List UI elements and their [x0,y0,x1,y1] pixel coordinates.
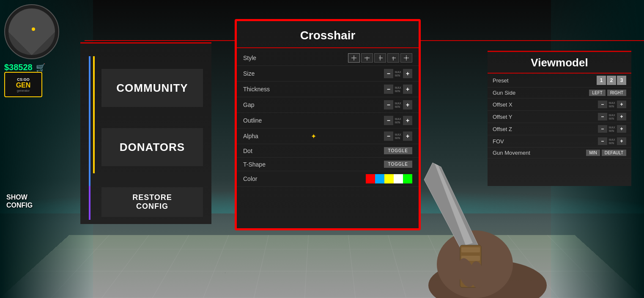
outline-controls[interactable]: − MAX MIN + [384,116,412,125]
outline-minus-btn[interactable]: − [384,116,393,125]
donators-button[interactable]: DONATORS [101,128,203,166]
gap-controls[interactable]: − MAX MIN + [384,100,412,109]
fov-maxmin: MAX MIN [609,138,615,145]
buy-icon: 🛒 [36,63,45,72]
crosshair-row-outline: Outline − MAX MIN + [237,113,419,128]
crosshair-title: Crosshair [237,21,419,48]
alpha-label: Alpha [243,133,285,139]
thickness-controls[interactable]: − MAX MIN + [384,85,412,94]
offsetz-minus-btn[interactable]: − [598,125,607,133]
community-button-label: COMMUNITY [116,82,188,95]
dot-label: Dot [243,148,285,154]
knife-hand-overlay [369,129,581,298]
gunmovement-min-btn[interactable]: MIN [586,150,600,156]
style-thumb-2[interactable] [361,53,373,63]
gunside-controls[interactable]: LEFT RIGHT [589,90,626,96]
preset-btn-2[interactable]: 2 [607,76,616,85]
style-thumb-5[interactable] [400,53,412,63]
vm-row-offsety: Offset Y − MAX MIN + [488,111,631,123]
thickness-minus-btn[interactable]: − [384,85,393,94]
crosshair-row-style: Style [237,50,419,66]
offsetx-maxmin: MAX MIN [609,101,615,108]
color-bar-yellow [93,56,95,173]
gap-minus-btn[interactable]: − [384,100,393,109]
donators-button-label: DONATORS [120,141,185,154]
outline-maxmin: MAX MIN [395,118,401,124]
viewmodel-title: Viewmodel [488,52,631,74]
offsetx-label: Offset X [493,101,598,108]
gap-plus-btn[interactable]: + [403,100,412,109]
thickness-plus-btn[interactable]: + [403,85,412,94]
minimap-player-dot [32,27,35,31]
vm-row-preset: Preset 1 2 3 [488,74,631,87]
style-label: Style [243,55,285,61]
outline-label: Outline [243,117,285,124]
gunside-right-btn[interactable]: RIGHT [607,90,626,96]
badge-line2: GEN [16,82,31,89]
gunside-label: Gun Side [493,90,589,96]
fov-controls[interactable]: − MAX MIN + [598,137,626,145]
community-button[interactable]: COMMUNITY [101,69,203,107]
color-label: Color [243,175,285,182]
style-thumb-1[interactable] [348,53,360,63]
svg-rect-18 [461,247,480,252]
size-minus-btn[interactable]: − [384,69,393,78]
restore-config-button[interactable]: RESTORECONFIG [101,187,203,217]
style-thumb-3[interactable] [374,53,386,63]
left-panel: COMMUNITY DONATORS RESTORECONFIG [80,42,211,224]
thickness-maxmin: MAX MIN [395,86,401,93]
crosshair-row-gap: Gap − MAX MIN + [237,97,419,113]
size-label: Size [243,70,285,77]
size-maxmin: MAX MIN [395,71,401,77]
svg-rect-8 [406,57,407,59]
offsetz-controls[interactable]: − MAX MIN + [598,125,626,133]
offsety-controls[interactable]: − MAX MIN + [598,113,626,120]
crosshair-row-size: Size − MAX MIN + [237,66,419,82]
alpha-dot-indicator: ✦ [311,132,316,140]
offsety-minus-btn[interactable]: − [598,113,607,120]
gunmovement-default-btn[interactable]: DEFAULT [602,150,626,156]
crosshair-row-thickness: Thickness − MAX MIN + [237,82,419,97]
gap-label: Gap [243,101,285,108]
thickness-label: Thickness [243,86,285,93]
tshape-label: T-Shape [243,161,285,168]
offsetx-controls[interactable]: − MAX MIN + [598,101,626,108]
offsety-maxmin: MAX MIN [609,114,615,120]
fov-minus-btn[interactable]: − [598,137,607,145]
gunside-left-btn[interactable]: LEFT [589,90,605,96]
gunmovement-controls[interactable]: MIN DEFAULT [586,150,626,156]
outline-plus-btn[interactable]: + [403,116,412,125]
csgo-gen-badge: CS:GO GEN generator [4,72,42,97]
style-thumbnails [348,53,412,63]
badge-line1: CS:GO [17,77,30,82]
gap-maxmin: MAX MIN [395,102,401,108]
size-plus-btn[interactable]: + [403,69,412,78]
color-bar-purple [89,186,90,220]
size-controls[interactable]: − MAX MIN + [384,69,412,78]
preset-label: Preset [493,77,597,84]
offsetx-plus-btn[interactable]: + [617,101,626,108]
restore-config-label: RESTORECONFIG [132,193,172,211]
style-thumb-4[interactable] [387,53,399,63]
offsety-plus-btn[interactable]: + [617,113,626,120]
preset-btn-1[interactable]: 1 [597,76,606,85]
style-controls [348,53,412,63]
preset-controls[interactable]: 1 2 3 [597,76,626,85]
preset-btn-3[interactable]: 3 [617,76,626,85]
money-value: $38528 [4,63,33,72]
badge-sub: generator [17,89,30,92]
offsetz-plus-btn[interactable]: + [617,125,626,133]
minimap [4,4,59,59]
offsety-label: Offset Y [493,114,598,120]
vm-row-gunside: Gun Side LEFT RIGHT [488,87,631,98]
offsetz-maxmin: MAX MIN [609,126,615,132]
fov-plus-btn[interactable]: + [617,137,626,145]
money-area: $38528 🛒 [4,63,45,72]
show-config-label: SHOWCONFIG [6,193,33,209]
vm-row-offsetx: Offset X − MAX MIN + [488,98,631,111]
offsetx-minus-btn[interactable]: − [598,101,607,108]
minimap-inner [8,8,55,55]
